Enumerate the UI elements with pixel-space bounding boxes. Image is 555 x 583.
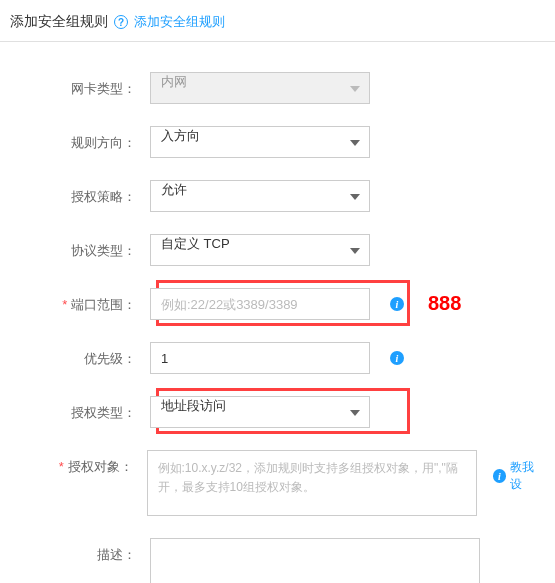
row-auth-policy: 授权策略： 允许 (10, 180, 545, 212)
select-direction[interactable]: 入方向 (150, 126, 370, 158)
select-nic-type: 内网 (150, 72, 370, 104)
label-protocol: 协议类型： (10, 234, 150, 260)
label-direction: 规则方向： (10, 126, 150, 152)
textarea-auth-object[interactable]: 例如:10.x.y.z/32，添加规则时支持多组授权对象，用","隔 开，最多支… (147, 450, 477, 516)
row-direction: 规则方向： 入方向 (10, 126, 545, 158)
teach-me-label: 教我设 (510, 459, 545, 493)
input-port-range[interactable] (150, 288, 370, 320)
dialog-header: 添加安全组规则 ? 添加安全组规则 (0, 0, 555, 42)
row-priority: 优先级： i (10, 342, 545, 374)
label-description: 描述： (10, 538, 150, 564)
rule-form: 网卡类型： 内网 规则方向： 入方向 授权策略： 允许 协议类型： 自定义 TC… (0, 42, 555, 583)
row-protocol: 协议类型： 自定义 TCP (10, 234, 545, 266)
info-icon[interactable]: i (390, 351, 404, 365)
label-priority: 优先级： (10, 342, 150, 368)
label-auth-object: 授权对象： (10, 450, 147, 476)
input-priority[interactable] (150, 342, 370, 374)
label-auth-policy: 授权策略： (10, 180, 150, 206)
textarea-description[interactable] (150, 538, 480, 583)
dialog-title: 添加安全组规则 (10, 13, 108, 31)
label-nic-type: 网卡类型： (10, 72, 150, 98)
row-nic-type: 网卡类型： 内网 (10, 72, 545, 104)
row-port-range: 端口范围： i 888 (10, 288, 545, 320)
select-protocol[interactable]: 自定义 TCP (150, 234, 370, 266)
placeholder-line: 例如:10.x.y.z/32，添加规则时支持多组授权对象，用","隔 (158, 459, 466, 478)
help-link[interactable]: 添加安全组规则 (134, 13, 225, 31)
info-icon[interactable]: i (390, 297, 404, 311)
select-auth-policy[interactable]: 允许 (150, 180, 370, 212)
select-auth-type[interactable]: 地址段访问 (150, 396, 370, 428)
annotation-888: 888 (428, 292, 461, 315)
row-auth-object: 授权对象： 例如:10.x.y.z/32，添加规则时支持多组授权对象，用","隔… (10, 450, 545, 516)
label-port-range: 端口范围： (10, 288, 150, 314)
row-auth-type: 授权类型： 地址段访问 (10, 396, 545, 428)
row-description: 描述： 长度为2-256个字符，不能以http://或https://开头。 (10, 538, 545, 583)
help-icon[interactable]: ? (114, 15, 128, 29)
teach-me-link[interactable]: i 教我设 (493, 459, 546, 493)
label-auth-type: 授权类型： (10, 396, 150, 422)
info-icon: i (493, 469, 507, 483)
placeholder-line: 开，最多支持10组授权对象。 (158, 478, 466, 497)
